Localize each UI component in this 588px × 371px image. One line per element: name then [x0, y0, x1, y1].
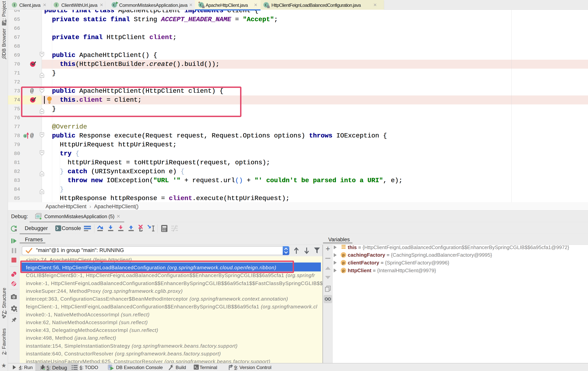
svg-text:C: C	[200, 3, 202, 7]
svg-text:C: C	[113, 3, 116, 7]
svg-text:I: I	[55, 3, 57, 7]
svg-text:C: C	[265, 3, 268, 7]
svg-text:I: I	[24, 135, 25, 138]
svg-text:I: I	[14, 3, 15, 7]
